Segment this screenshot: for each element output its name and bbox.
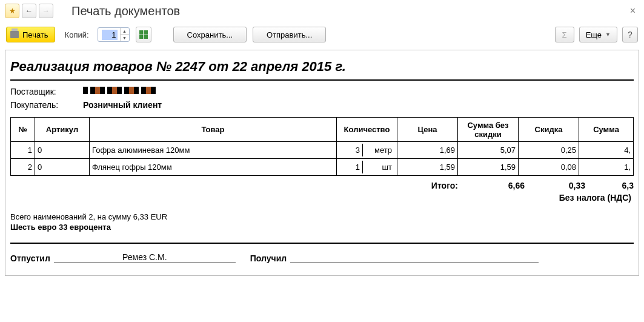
template-button[interactable] (136, 27, 151, 42)
grid-icon (139, 30, 148, 39)
cell-sum-nodisc: 5,07 (458, 142, 519, 159)
close-button[interactable]: × (626, 5, 639, 16)
cell-price: 1,59 (397, 159, 458, 176)
totals-label: Итого: (403, 181, 464, 190)
window-title: Печать документов (71, 4, 180, 18)
titlebar: ★ ← → Печать документов × (0, 0, 644, 22)
printer-icon (10, 31, 19, 38)
items-table: № Артикул Товар Количество Цена Сумма бе… (10, 117, 634, 176)
released-line: Ремез С.М. (54, 252, 236, 263)
totals-sum: 6,3 (585, 181, 634, 190)
buyer-label: Покупатель: (10, 100, 83, 110)
cell-discount: 0,08 (519, 159, 579, 176)
totals-row: Итого: 6,66 0,33 6,3 (10, 181, 634, 190)
released-label: Отпустил (10, 253, 54, 263)
cell-name: Флянец гофры 120мм (90, 159, 337, 176)
cell-qty: 1шт (337, 159, 397, 176)
copies-field[interactable]: ▲ ▼ (98, 27, 130, 42)
save-button[interactable]: Сохранить... (173, 27, 247, 42)
supplier-row: Поставщик: (10, 87, 634, 96)
forward-button[interactable]: → (39, 4, 53, 18)
spin-up[interactable]: ▲ (121, 28, 129, 35)
received-block: Получил (250, 252, 539, 263)
supplier-value (83, 87, 156, 94)
totals-discount: 0,33 (525, 181, 585, 190)
supplier-label: Поставщик: (10, 87, 83, 96)
received-label: Получил (250, 253, 290, 263)
more-button[interactable]: Еще ▼ (579, 27, 617, 42)
cell-qty: 3метр (337, 142, 397, 159)
copies-spinner: ▲ ▼ (120, 28, 129, 41)
released-block: Отпустил Ремез С.М. (10, 252, 236, 263)
col-article: Артикул (35, 118, 90, 142)
no-vat-label: Без налога (НДС) (10, 193, 634, 203)
cell-no: 1 (11, 142, 35, 159)
back-button[interactable]: ← (22, 4, 36, 18)
table-header-row: № Артикул Товар Количество Цена Сумма бе… (11, 118, 634, 142)
col-qty: Количество (337, 118, 397, 142)
cell-sum: 4, (579, 142, 634, 159)
col-discount: Скидка (519, 118, 579, 142)
summary-words: Шесть евро 33 евроцента (10, 223, 634, 232)
buyer-value: Розничный клиент (83, 100, 162, 110)
cell-discount: 0,25 (519, 142, 579, 159)
buyer-row: Покупатель: Розничный клиент (10, 100, 634, 110)
cell-price: 1,69 (397, 142, 458, 159)
table-row: 10Гофра алюминевая 120мм3метр1,695,070,2… (11, 142, 634, 159)
document-preview: Реализация товаров № 2247 от 22 апреля 2… (5, 50, 639, 276)
favorites-button[interactable]: ★ (5, 4, 19, 18)
copies-input[interactable] (102, 30, 118, 40)
print-button[interactable]: Печать (6, 27, 55, 42)
cell-sum: 1, (579, 159, 634, 176)
cell-article: 0 (35, 142, 90, 159)
cell-article: 0 (35, 159, 90, 176)
col-price: Цена (397, 118, 458, 142)
cell-no: 2 (11, 159, 35, 176)
col-sum: Сумма (579, 118, 634, 142)
received-line (290, 262, 539, 263)
cell-name: Гофра алюминевая 120мм (90, 142, 337, 159)
copies-label: Копий: (65, 30, 89, 39)
cell-sum-nodisc: 1,59 (458, 159, 519, 176)
totals-sum-nodisc: 6,66 (464, 181, 525, 190)
help-button[interactable]: ? (622, 27, 638, 42)
col-sum-nodisc: Сумма без скидки (458, 118, 519, 142)
more-label: Еще (586, 30, 602, 39)
signatures: Отпустил Ремез С.М. Получил (10, 252, 634, 263)
col-no: № (11, 118, 35, 142)
sum-button[interactable]: Σ (555, 27, 574, 42)
spin-down[interactable]: ▼ (121, 35, 129, 41)
document-title: Реализация товаров № 2247 от 22 апреля 2… (10, 56, 634, 81)
table-row: 20Флянец гофры 120мм1шт1,591,590,081, (11, 159, 634, 176)
send-button[interactable]: Отправить... (253, 27, 326, 42)
nav-buttons: ★ ← → (5, 4, 53, 18)
signature-separator (10, 243, 634, 244)
summary: Всего наименований 2, на сумму 6,33 EUR … (10, 212, 634, 232)
summary-line: Всего наименований 2, на сумму 6,33 EUR (10, 212, 634, 221)
chevron-down-icon: ▼ (605, 32, 611, 38)
print-label: Печать (22, 30, 48, 39)
col-name: Товар (90, 118, 337, 142)
toolbar: Печать Копий: ▲ ▼ Сохранить... Отправить… (0, 22, 644, 50)
